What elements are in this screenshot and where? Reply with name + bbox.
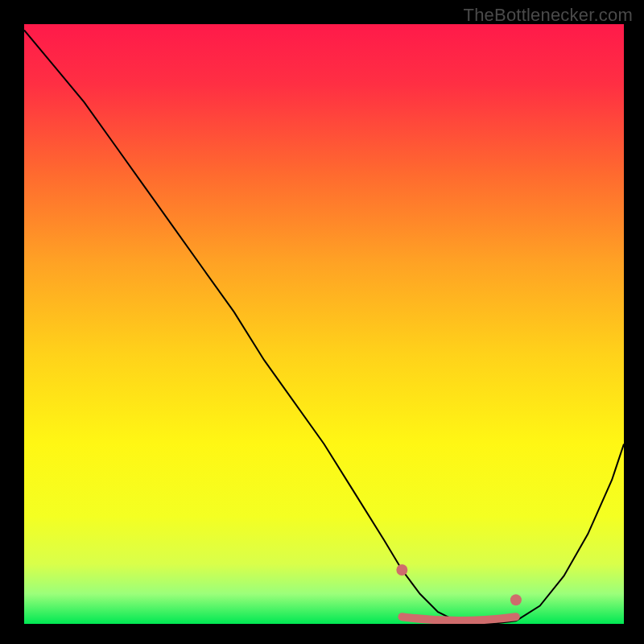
plot-area <box>24 24 624 624</box>
watermark-text: TheBottlenecker.com <box>464 5 633 26</box>
optimal-range-band <box>402 617 516 621</box>
curve-marker-right <box>510 594 522 605</box>
curve-marker-left <box>396 564 407 576</box>
bottleneck-curve <box>24 31 624 625</box>
chart-frame: TheBottlenecker.com <box>0 0 644 644</box>
curve-layer <box>24 24 624 624</box>
